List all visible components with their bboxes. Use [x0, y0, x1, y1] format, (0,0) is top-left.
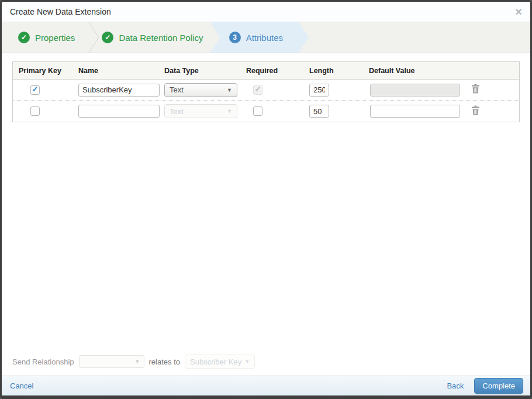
step-label: Attributes [246, 33, 283, 43]
step-label: Data Retention Policy [119, 33, 203, 43]
required-checkbox[interactable] [253, 106, 262, 116]
primary-key-checkbox[interactable] [30, 85, 40, 95]
modal-footer: Cancel Back Complete [2, 376, 530, 395]
primary-key-checkbox[interactable] [30, 106, 40, 116]
attributes-table: Primary Key Name Data Type Required Leng… [12, 61, 520, 122]
name-input[interactable] [78, 105, 160, 118]
wizard-steps: ✓ Properties ✓ Data Retention Policy 3 A… [2, 22, 530, 53]
length-input[interactable] [309, 84, 329, 97]
header-primary-key: Primary Key [13, 67, 78, 75]
table-row: Text ▼ [13, 80, 519, 101]
complete-button[interactable]: Complete [474, 378, 523, 394]
chevron-down-icon: ▼ [244, 359, 250, 364]
chevron-down-icon: ▼ [227, 87, 232, 93]
check-icon: ✓ [18, 32, 30, 43]
header-name: Name [78, 67, 164, 75]
table-header-row: Primary Key Name Data Type Required Leng… [13, 62, 519, 80]
trash-icon [471, 105, 480, 115]
send-relationship-select: ▼ [79, 355, 144, 368]
chevron-down-icon: ▼ [227, 108, 232, 114]
length-input[interactable] [309, 105, 329, 118]
required-checkbox [253, 85, 262, 95]
default-value-input[interactable] [370, 105, 460, 118]
back-link[interactable]: Back [447, 381, 464, 390]
trash-icon [471, 84, 480, 94]
header-required: Required [246, 67, 309, 75]
check-icon: ✓ [102, 32, 113, 43]
close-icon[interactable]: × [515, 6, 522, 18]
modal-body: Primary Key Name Data Type Required Leng… [2, 53, 530, 376]
table-row: Text ▼ [13, 101, 519, 122]
page-title: Create New Data Extension [10, 7, 111, 16]
default-value-input [370, 84, 460, 97]
create-data-extension-modal: Create New Data Extension × ✓ Properties… [0, 0, 532, 399]
header-default-value: Default Value [369, 67, 465, 75]
step-number-badge: 3 [229, 32, 241, 43]
header-length: Length [309, 67, 369, 75]
send-relationship-row: Send Relationship ▼ relates to Subscribe… [12, 354, 530, 369]
step-attributes[interactable]: 3 Attributes [210, 22, 309, 53]
cancel-link[interactable]: Cancel [10, 381, 33, 390]
header-data-type: Data Type [164, 67, 246, 75]
relates-to-label: relates to [149, 357, 180, 366]
delete-row-button[interactable] [471, 84, 480, 94]
chevron-down-icon: ▼ [135, 359, 140, 364]
step-properties[interactable]: ✓ Properties [2, 22, 83, 53]
name-input[interactable] [78, 84, 160, 97]
title-bar: Create New Data Extension × [2, 2, 530, 22]
data-type-select: Text ▼ [164, 104, 237, 118]
delete-row-button[interactable] [471, 105, 480, 115]
step-separator [83, 22, 94, 53]
step-data-retention-policy[interactable]: ✓ Data Retention Policy [94, 22, 211, 53]
data-type-select[interactable]: Text ▼ [164, 83, 237, 97]
step-label: Properties [35, 33, 75, 43]
subscriber-key-dropdown: Subscriber Key ▼ [185, 355, 255, 369]
send-relationship-label: Send Relationship [12, 357, 74, 366]
